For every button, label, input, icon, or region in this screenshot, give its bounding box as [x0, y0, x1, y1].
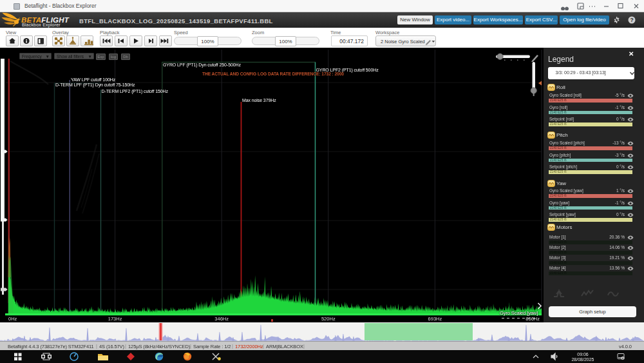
svg-text:09:06: 09:06: [577, 352, 589, 357]
svg-text:4: 4: [622, 357, 624, 360]
svg-text:28/08/2025: 28/08/2025: [571, 357, 594, 362]
svg-text:?: ?: [630, 17, 633, 23]
